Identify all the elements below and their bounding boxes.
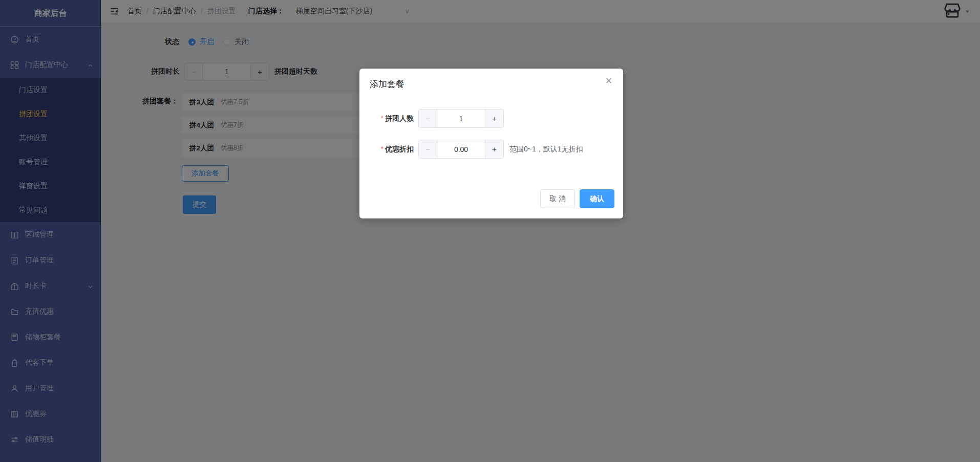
confirm-button[interactable]: 确认 [580,189,614,208]
required-asterisk: * [381,114,384,122]
discount-stepper: − 0.00 + [418,140,504,159]
discount-field: *优惠折扣 − 0.00 + 范围0~1，默认1无折扣 [380,140,583,159]
required-asterisk: * [381,145,384,153]
close-icon[interactable]: × [603,75,615,87]
cancel-button[interactable]: 取 消 [540,189,575,208]
group-size-label: *拼团人数 [380,114,414,123]
increase-button[interactable]: + [485,109,503,127]
increase-button[interactable]: + [485,140,503,158]
add-package-dialog: 添加套餐 × *拼团人数 − 1 + *优惠折扣 − 0.00 + 范围0~1，… [359,69,623,218]
group-size-field: *拼团人数 − 1 + [380,109,504,128]
app: 商家后台 首页 门店配置中心 门店设置 拼团设置 其他设置 账号管理 弹窗设置 … [0,0,980,462]
group-size-input[interactable]: 1 [437,109,485,127]
decrease-button[interactable]: − [419,109,437,127]
group-size-stepper: − 1 + [418,109,504,128]
discount-label: *优惠折扣 [380,145,414,154]
discount-hint: 范围0~1，默认1无折扣 [509,145,583,154]
decrease-button[interactable]: − [419,140,437,158]
discount-input[interactable]: 0.00 [437,140,485,158]
dialog-title: 添加套餐 [370,78,404,90]
dialog-footer: 取 消 确认 [540,189,614,208]
